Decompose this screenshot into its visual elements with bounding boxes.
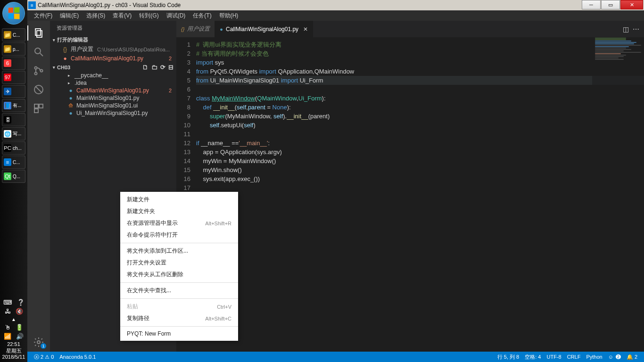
battery-icon[interactable]: 🔋 [16, 324, 23, 331]
context-menu-item[interactable]: 复制路径Alt+Shift+C [120, 313, 238, 324]
windows-taskbar: 📁C...📁p...697✈📘有...🎛🌐写...PCch...≡C...QtQ… [0, 0, 27, 362]
source-control-icon[interactable] [27, 61, 50, 80]
settings-gear-icon[interactable]: 1 [27, 333, 50, 352]
svg-point-5 [35, 73, 37, 75]
chevron-right-icon: ▸ [68, 73, 73, 78]
feedback-button[interactable]: ☺2 [605, 354, 624, 360]
folder-header[interactable]: ▾ CH03 🗋 🗀 ⟳ ⊟ [50, 63, 176, 72]
encoding-status[interactable]: UTF-8 [544, 354, 564, 360]
taskbar-app-button[interactable]: ≡C... [2, 156, 25, 169]
menu-item[interactable]: 帮助(H) [215, 12, 242, 20]
taskbar-app-button[interactable]: 6 [2, 57, 25, 70]
search-icon[interactable] [27, 42, 50, 61]
context-menu-item[interactable]: 打开文件夹设置 [120, 257, 238, 269]
code-text[interactable]: # 调用ui界面实现业务逻辑分离# 当有调用的时候才会变色import sysf… [196, 37, 644, 352]
editor-tab[interactable]: ●CallMianWinSignalAlog01.py✕ [215, 21, 313, 37]
file-item[interactable]: ⟰MainWinSignalSlog01.ui [50, 102, 176, 109]
signal-icon[interactable]: 📶 [4, 333, 11, 340]
taskbar-app-button[interactable]: 🎛 [2, 113, 25, 126]
file-icon: ● [67, 87, 74, 94]
language-mode[interactable]: Python [583, 354, 605, 360]
taskbar-app-button[interactable]: 📁C... [2, 28, 25, 41]
taskbar-app-button[interactable]: PCch... [2, 141, 25, 155]
taskbar-app-button[interactable]: 📘有... [2, 99, 25, 112]
file-item[interactable]: ●Ui_MainWinSignalSlog01.py [50, 109, 176, 117]
clock-date: 2018/5/11 [2, 354, 25, 360]
chevron-down-icon: ▾ [53, 38, 55, 42]
code-editor[interactable]: 123456789101112131415161718 # 调用ui界面实现业务… [176, 37, 644, 352]
minimap[interactable] [592, 37, 644, 352]
network-icon[interactable]: 🖧 [5, 308, 11, 315]
menu-item[interactable]: 选择(S) [83, 12, 109, 20]
folder-item[interactable]: ▸.idea [50, 79, 176, 87]
menu-item[interactable]: 转到(G) [135, 12, 162, 20]
help-icon[interactable]: ❔ [17, 299, 25, 306]
explorer-icon[interactable] [27, 24, 50, 42]
editor-tab[interactable]: {}用户设置 [176, 21, 215, 37]
split-editor-icon[interactable]: ◫ [623, 25, 629, 33]
windows-logo-icon [8, 7, 20, 19]
context-menu-item[interactable]: 在文件夹中查找... [120, 285, 238, 296]
open-editor-item[interactable]: ●CallMianWinSignalAlog01.py2 [50, 54, 176, 63]
taskbar-app-button[interactable]: ✈ [2, 85, 25, 98]
collapse-all-icon[interactable]: ⊟ [168, 64, 173, 71]
menu-item[interactable]: 编辑(E) [56, 12, 83, 20]
cursor-position[interactable]: 行 5, 列 8 [495, 354, 522, 361]
settings-badge: 1 [41, 343, 46, 349]
keyboard-icon[interactable]: ⌨ [3, 299, 12, 306]
file-icon: {} [61, 46, 69, 53]
menu-item[interactable]: 任务(T) [189, 12, 215, 20]
error-icon: ⓧ [34, 354, 39, 361]
open-editor-item[interactable]: {}用户设置C:\Users\ASUS\AppData\Roa... [50, 44, 176, 54]
file-icon: ● [61, 55, 69, 62]
new-file-icon[interactable]: 🗋 [142, 64, 149, 71]
extensions-icon[interactable] [27, 99, 50, 118]
more-actions-icon[interactable]: ⋯ [633, 25, 639, 33]
window-titlebar: ≡ CallMianWinSignalAlog01.py - ch03 - Vi… [27, 0, 644, 10]
usb-icon[interactable]: 🖱 [5, 324, 11, 331]
debug-icon[interactable] [27, 80, 50, 99]
taskbar-app-button[interactable]: 🌐写... [2, 127, 25, 140]
maximize-button[interactable]: ▭ [601, 0, 620, 9]
taskbar-app-button[interactable]: 97 [2, 71, 25, 84]
context-menu-item[interactable]: PYQT: New Form [120, 329, 238, 339]
file-icon: ● [67, 95, 74, 101]
context-menu-item[interactable]: 在命令提示符中打开 [120, 229, 238, 241]
file-item[interactable]: ●MainWinSignalSlog01.py [50, 94, 176, 102]
context-menu-item[interactable]: 将文件夹添加到工作区... [120, 245, 238, 257]
notifications-button[interactable]: 🔔2 [624, 354, 640, 360]
refresh-icon[interactable]: ⟳ [160, 64, 165, 71]
svg-line-3 [40, 53, 43, 56]
chevron-down-icon: ▾ [53, 65, 55, 70]
system-tray: ⌨❔ 🖧🔇 ▲ 🖱🔋 📶🔊 22:51 星期五 2018/5/11 [2, 298, 25, 362]
start-button[interactable] [2, 2, 25, 25]
file-item[interactable]: ●CallMianWinSignalAlog01.py2 [50, 87, 176, 94]
new-folder-icon[interactable]: 🗀 [151, 64, 157, 71]
volume-icon[interactable]: 🔇 [16, 308, 23, 315]
editor-tabs: {}用户设置●CallMianWinSignalAlog01.py✕◫⋯ [176, 21, 644, 37]
taskbar-clock[interactable]: 22:51 星期五 2018/5/11 [2, 341, 25, 360]
taskbar-app-button[interactable]: 📁p... [2, 42, 25, 56]
python-env[interactable]: Anaconda 5.0.1 [57, 354, 99, 360]
svg-rect-11 [34, 109, 38, 113]
context-menu-item[interactable]: 在资源管理器中显示Alt+Shift+R [120, 217, 238, 229]
problems-button[interactable]: ⓧ2 ⚠0 [31, 354, 57, 361]
speaker-icon[interactable]: 🔊 [16, 333, 24, 340]
svg-point-12 [37, 341, 40, 344]
close-button[interactable]: ✕ [620, 0, 643, 9]
svg-point-4 [35, 67, 37, 69]
context-menu-item[interactable]: 新建文件夹 [120, 206, 238, 217]
context-menu-item[interactable]: 新建文件 [120, 194, 238, 206]
folder-item[interactable]: ▸__pycache__ [50, 72, 176, 79]
tab-close-icon[interactable]: ✕ [303, 26, 308, 33]
minimize-button[interactable]: ─ [582, 0, 601, 9]
context-menu-item[interactable]: 将文件夹从工作区删除 [120, 269, 238, 280]
menu-item[interactable]: 文件(F) [30, 12, 56, 20]
eol-status[interactable]: CRLF [564, 354, 584, 360]
menu-item[interactable]: 调试(D) [163, 12, 190, 20]
open-editors-header[interactable]: ▾ 打开的编辑器 [50, 35, 176, 44]
menu-item[interactable]: 查看(V) [109, 12, 135, 20]
indent-status[interactable]: 空格: 4 [522, 354, 544, 361]
chevron-up-icon[interactable]: ▲ [11, 317, 16, 322]
taskbar-app-button[interactable]: QtQ... [2, 170, 25, 183]
